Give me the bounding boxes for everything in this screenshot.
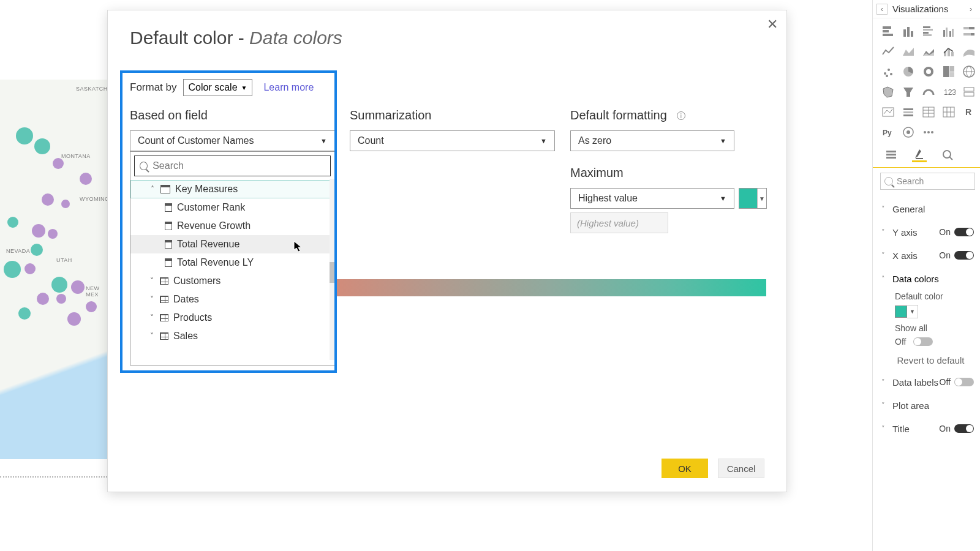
arcgis-icon[interactable] xyxy=(900,124,916,140)
y-axis-toggle[interactable] xyxy=(954,228,974,236)
map-icon[interactable] xyxy=(961,64,977,80)
format-y-axis[interactable]: ˅ Y axis On xyxy=(881,220,980,244)
svg-rect-1 xyxy=(883,30,889,32)
format-x-axis[interactable]: ˅ X axis On xyxy=(881,244,980,267)
scatter-chart-icon[interactable] xyxy=(880,64,896,80)
tree-item-customer-rank[interactable]: Customer Rank xyxy=(130,198,334,217)
fields-tab-icon[interactable] xyxy=(884,148,899,162)
chevron-down-icon: ˅ xyxy=(149,332,155,340)
based-on-field-select[interactable]: Count of Customer Names▼ xyxy=(130,130,335,151)
tree-item-label: Sales xyxy=(173,331,198,342)
ok-button[interactable]: OK xyxy=(662,459,708,478)
tree-item-label: Customers xyxy=(173,276,221,287)
line-column-icon[interactable] xyxy=(941,43,957,59)
format-by-row: Format by Color scale ▼ Learn more xyxy=(130,79,314,96)
tree-table-dates[interactable]: ˅ Dates xyxy=(130,290,334,309)
treemap-icon[interactable] xyxy=(941,64,957,80)
stacked-area-icon[interactable] xyxy=(921,43,937,59)
donut-chart-icon[interactable] xyxy=(921,64,937,80)
format-by-dropdown[interactable]: Color scale ▼ xyxy=(183,79,253,96)
table-icon[interactable] xyxy=(921,104,937,120)
analytics-tab-icon[interactable] xyxy=(940,148,955,162)
format-data-colors[interactable]: ˄ Data colors xyxy=(881,267,980,290)
clustered-bar-icon[interactable] xyxy=(921,23,937,39)
funnel-icon[interactable] xyxy=(900,84,916,100)
cancel-button[interactable]: Cancel xyxy=(718,459,764,478)
dialog-title-sub: Data colors xyxy=(249,28,342,48)
chevron-down-icon: ˅ xyxy=(881,378,889,386)
stacked-bar-icon[interactable] xyxy=(880,23,896,39)
default-color-chip[interactable]: ▼ xyxy=(895,305,980,318)
svg-rect-37 xyxy=(883,108,894,116)
chevron-up-icon: ˄ xyxy=(881,275,889,283)
svg-rect-38 xyxy=(903,108,913,110)
kpi-icon[interactable] xyxy=(880,104,896,120)
based-on-field-header: Based on field xyxy=(130,108,208,122)
x-axis-toggle[interactable] xyxy=(954,251,974,260)
map-bubble xyxy=(61,200,70,208)
chevron-down-icon: ˅ xyxy=(881,228,889,236)
stacked-column-icon[interactable] xyxy=(900,23,916,39)
field-search-input[interactable] xyxy=(153,160,325,171)
show-all-label: Show all xyxy=(895,323,980,333)
format-title[interactable]: ˅ Title On xyxy=(881,417,980,440)
maximum-select[interactable]: Highest value▼ xyxy=(570,188,734,209)
field-search[interactable] xyxy=(134,156,331,176)
svg-rect-4 xyxy=(907,27,910,37)
pane-forward-button[interactable]: › xyxy=(965,4,976,15)
line-chart-icon[interactable] xyxy=(880,43,896,59)
gauge-icon[interactable] xyxy=(921,84,937,100)
multi-card-icon[interactable] xyxy=(961,84,977,100)
map-bubble xyxy=(67,312,81,326)
title-toggle[interactable] xyxy=(954,424,974,433)
maximum-color-picker[interactable]: ▼ xyxy=(739,188,767,209)
format-general[interactable]: ˅ General xyxy=(881,197,980,220)
more-visuals-icon[interactable] xyxy=(921,124,937,140)
tree-folder-key-measures[interactable]: ˄ Key Measures xyxy=(130,180,334,198)
r-visual-icon[interactable]: R xyxy=(961,104,977,120)
format-tab-icon[interactable] xyxy=(912,148,927,162)
tree-scrollbar-thumb[interactable] xyxy=(330,262,334,283)
slicer-icon[interactable] xyxy=(900,104,916,120)
pane-back-button[interactable]: ‹ xyxy=(876,4,888,15)
tree-item-total-revenue-ly[interactable]: Total Revenue LY xyxy=(130,253,334,272)
map-background: SASKATCHE MONTANA WYOMING NEVADA UTAH NE… xyxy=(0,80,110,459)
measure-icon xyxy=(165,258,172,267)
format-search[interactable]: Search xyxy=(880,173,975,190)
svg-rect-15 xyxy=(963,27,969,29)
tree-table-customers[interactable]: ˅ Customers xyxy=(130,272,334,290)
tree-table-products[interactable]: ˅ Products xyxy=(130,309,334,327)
py-visual-icon[interactable]: Py xyxy=(880,124,896,140)
map-bubble xyxy=(80,173,92,185)
visualizations-title: Visualizations xyxy=(888,4,965,14)
filled-map-icon[interactable] xyxy=(880,84,896,100)
area-chart-icon[interactable] xyxy=(900,43,916,59)
tree-item-total-revenue[interactable]: Total Revenue xyxy=(130,235,334,253)
map-bubble xyxy=(24,263,36,274)
map-label-utah: UTAH xyxy=(56,257,72,263)
hundred-stacked-bar-icon[interactable] xyxy=(961,23,977,39)
clustered-column-icon[interactable] xyxy=(941,23,957,39)
revert-to-default-link[interactable]: Revert to default xyxy=(881,350,980,370)
map-bubble xyxy=(48,229,58,239)
format-plot-area[interactable]: ˅ Plot area xyxy=(881,394,980,417)
close-icon[interactable]: ✕ xyxy=(767,17,778,32)
learn-more-link[interactable]: Learn more xyxy=(263,82,314,93)
svg-text:123: 123 xyxy=(944,88,956,97)
tree-table-sales[interactable]: ˅ Sales xyxy=(130,327,334,345)
ribbon-chart-icon[interactable] xyxy=(961,43,977,59)
info-icon[interactable]: i xyxy=(677,111,685,120)
summarization-select[interactable]: Count▼ xyxy=(350,130,555,151)
map-label-newmex: NEW MEX xyxy=(86,285,110,298)
show-all-toggle[interactable] xyxy=(913,337,933,346)
data-labels-toggle[interactable] xyxy=(954,378,974,386)
default-formatting-select[interactable]: As zero▼ xyxy=(570,130,734,151)
card-icon[interactable]: 123 xyxy=(941,84,957,100)
svg-rect-39 xyxy=(903,111,913,113)
svg-rect-20 xyxy=(951,52,954,56)
matrix-icon[interactable] xyxy=(941,104,957,120)
visualizations-pane: ‹ Visualizations › 123 R Py xyxy=(872,0,980,551)
tree-item-revenue-growth[interactable]: Revenue Growth xyxy=(130,217,334,235)
pie-chart-icon[interactable] xyxy=(900,64,916,80)
format-data-labels[interactable]: ˅ Data labels Off xyxy=(881,370,980,394)
